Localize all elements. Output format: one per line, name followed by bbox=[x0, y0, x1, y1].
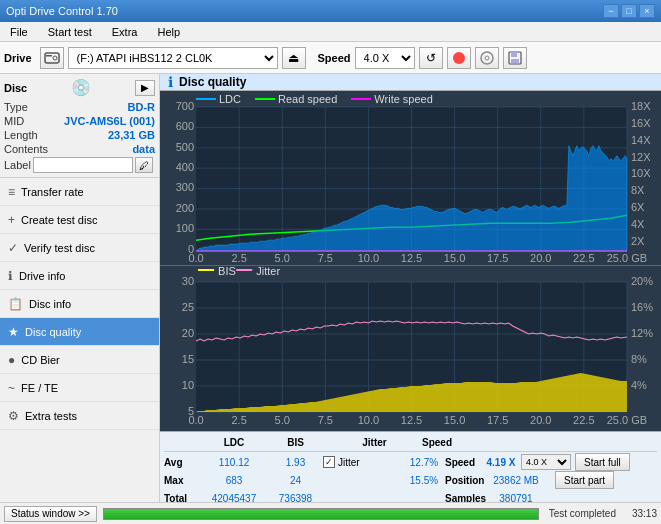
nav-create-icon: + bbox=[8, 213, 15, 227]
status-window-button[interactable]: Status window >> bbox=[4, 506, 97, 522]
test-button[interactable] bbox=[447, 47, 471, 69]
drive-select[interactable]: (F:) ATAPI iHBS112 2 CL0K bbox=[68, 47, 278, 69]
svg-text:17.5: 17.5 bbox=[487, 252, 508, 264]
nav-create-label: Create test disc bbox=[21, 214, 97, 226]
disc-label-row: Label 🖊 bbox=[4, 157, 155, 173]
refresh-button[interactable]: ↺ bbox=[419, 47, 443, 69]
chart-header-icon: ℹ bbox=[168, 74, 173, 90]
disc-label-label: Label bbox=[4, 159, 31, 171]
nav-drive-info[interactable]: ℹ Drive info bbox=[0, 262, 159, 290]
svg-text:25: 25 bbox=[182, 301, 194, 313]
nav-transfer-rate[interactable]: ≡ Transfer rate bbox=[0, 178, 159, 206]
svg-text:20%: 20% bbox=[631, 275, 653, 287]
svg-text:20: 20 bbox=[182, 327, 194, 339]
jitter-checkbox-label: Jitter bbox=[338, 457, 360, 468]
disc-header-icon[interactable]: ▶ bbox=[135, 80, 155, 96]
nav-fe-te[interactable]: ~ FE / TE bbox=[0, 374, 159, 402]
speed-setting-select[interactable]: 4.0 X bbox=[521, 454, 571, 470]
main-layout: Disc 💿 ▶ Type BD-R MID JVC-AMS6L (001) L… bbox=[0, 74, 661, 502]
menu-start-test[interactable]: Start test bbox=[42, 24, 98, 40]
svg-text:12X: 12X bbox=[631, 151, 651, 163]
nav-verify-label: Verify test disc bbox=[24, 242, 95, 254]
max-jitter: 15.5% bbox=[403, 475, 445, 486]
start-part-button[interactable]: Start part bbox=[555, 471, 614, 489]
svg-text:300: 300 bbox=[176, 181, 194, 193]
nav-extra-label: Extra tests bbox=[25, 410, 77, 422]
svg-rect-60 bbox=[236, 269, 252, 271]
nav-items: ≡ Transfer rate + Create test disc ✓ Ver… bbox=[0, 178, 159, 502]
stats-jitter-header: Jitter bbox=[347, 437, 402, 448]
nav-transfer-icon: ≡ bbox=[8, 185, 15, 199]
save-button[interactable] bbox=[503, 47, 527, 69]
stats-total-row: Total 42045437 736398 Samples 380791 bbox=[164, 489, 657, 502]
drive-icon-btn[interactable] bbox=[40, 47, 64, 69]
svg-text:700: 700 bbox=[176, 100, 194, 112]
menu-extra[interactable]: Extra bbox=[106, 24, 144, 40]
svg-text:22.5: 22.5 bbox=[573, 414, 594, 426]
nav-verify-test-disc[interactable]: ✓ Verify test disc bbox=[0, 234, 159, 262]
nav-cd-bier[interactable]: ● CD Bier bbox=[0, 346, 159, 374]
svg-text:15: 15 bbox=[182, 353, 194, 365]
svg-text:2X: 2X bbox=[631, 235, 645, 247]
nav-drive-info-label: Drive info bbox=[19, 270, 65, 282]
svg-text:20.0: 20.0 bbox=[530, 414, 551, 426]
max-bis: 24 bbox=[268, 475, 323, 486]
menu-file[interactable]: File bbox=[4, 24, 34, 40]
nav-create-test-disc[interactable]: + Create test disc bbox=[0, 206, 159, 234]
stats-ldc-header: LDC bbox=[200, 437, 268, 448]
svg-text:2.5: 2.5 bbox=[232, 414, 247, 426]
svg-text:10.0: 10.0 bbox=[358, 414, 379, 426]
nav-disc-info[interactable]: 📋 Disc info bbox=[0, 290, 159, 318]
right-panel: ℹ Disc quality LDC Read speed bbox=[160, 74, 661, 502]
nav-disc-quality[interactable]: ★ Disc quality bbox=[0, 318, 159, 346]
speed-select[interactable]: 4.0 X MAX bbox=[355, 47, 415, 69]
minimize-button[interactable]: − bbox=[603, 4, 619, 18]
svg-text:25.0 GB: 25.0 GB bbox=[607, 252, 647, 264]
eject-button[interactable]: ⏏ bbox=[282, 47, 306, 69]
disc-label-button[interactable]: 🖊 bbox=[135, 157, 153, 173]
avg-label: Avg bbox=[164, 457, 200, 468]
nav-verify-icon: ✓ bbox=[8, 241, 18, 255]
nav-extra-tests[interactable]: ⚙ Extra tests bbox=[0, 402, 159, 430]
svg-text:600: 600 bbox=[176, 120, 194, 132]
maximize-button[interactable]: □ bbox=[621, 4, 637, 18]
svg-rect-58 bbox=[198, 269, 214, 271]
stats-avg-row: Avg 110.12 1.93 Jitter 12.7% Speed 4.19 … bbox=[164, 453, 657, 471]
start-full-button[interactable]: Start full bbox=[575, 453, 630, 471]
svg-text:8%: 8% bbox=[631, 353, 647, 365]
svg-text:Jitter: Jitter bbox=[256, 266, 280, 277]
svg-point-5 bbox=[485, 56, 489, 60]
close-button[interactable]: × bbox=[639, 4, 655, 18]
disc-length-value: 23,31 GB bbox=[108, 129, 155, 141]
nav-disc-quality-icon: ★ bbox=[8, 325, 19, 339]
disc-button[interactable] bbox=[475, 47, 499, 69]
svg-text:25.0 GB: 25.0 GB bbox=[607, 414, 647, 426]
disc-mid-value: JVC-AMS6L (001) bbox=[64, 115, 155, 127]
svg-text:4X: 4X bbox=[631, 218, 645, 230]
svg-text:30: 30 bbox=[182, 275, 194, 287]
legend-read-label: Read speed bbox=[278, 93, 337, 105]
legend-write-label: Write speed bbox=[374, 93, 433, 105]
legend-read-speed: Read speed bbox=[255, 93, 337, 105]
disc-type-value: BD-R bbox=[128, 101, 156, 113]
jitter-checkbox[interactable] bbox=[323, 456, 335, 468]
svg-text:22.5: 22.5 bbox=[573, 252, 594, 264]
menu-help[interactable]: Help bbox=[151, 24, 186, 40]
svg-text:7.5: 7.5 bbox=[318, 252, 333, 264]
chart-title: Disc quality bbox=[179, 75, 246, 89]
nav-disc-quality-label: Disc quality bbox=[25, 326, 81, 338]
disc-title: Disc bbox=[4, 82, 27, 94]
svg-text:16X: 16X bbox=[631, 117, 651, 129]
svg-text:20.0: 20.0 bbox=[530, 252, 551, 264]
svg-text:10X: 10X bbox=[631, 168, 651, 180]
avg-speed: 4.19 X bbox=[481, 457, 521, 468]
svg-text:12.5: 12.5 bbox=[401, 414, 422, 426]
charts-area: LDC Read speed Write speed bbox=[160, 91, 661, 502]
nav-disc-info-icon: 📋 bbox=[8, 297, 23, 311]
avg-ldc: 110.12 bbox=[200, 457, 268, 468]
pos-value: 23862 MB bbox=[481, 475, 551, 486]
total-bis: 736398 bbox=[268, 493, 323, 503]
disc-label-input[interactable] bbox=[33, 157, 133, 173]
pos-label: Position bbox=[445, 475, 481, 486]
svg-point-1 bbox=[53, 56, 57, 60]
